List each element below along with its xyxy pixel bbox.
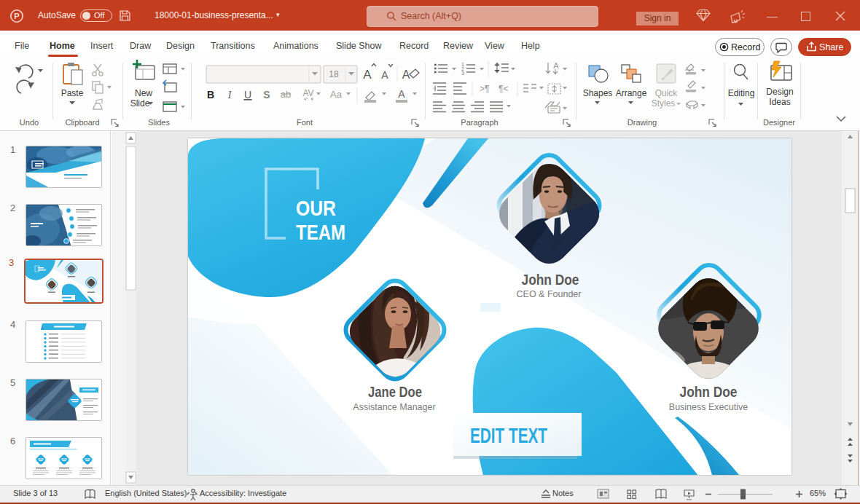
svg-text:A: A [402, 68, 410, 81]
svg-text:U: U [244, 89, 251, 101]
svg-text:¶<: ¶< [499, 84, 508, 94]
svg-text:Quick: Quick [655, 88, 679, 98]
svg-text:A: A [553, 61, 559, 70]
svg-text:EDIT TEXT: EDIT TEXT [470, 423, 547, 447]
svg-text:>¶: >¶ [480, 84, 489, 94]
svg-text:Assistance Manager: Assistance Manager [353, 402, 435, 412]
svg-text:Business Executive: Business Executive [669, 402, 748, 412]
svg-text:John Doe: John Doe [522, 272, 579, 288]
svg-text:3: 3 [461, 71, 464, 76]
svg-text:Design: Design [766, 87, 793, 97]
svg-text:Arrange: Arrange [616, 88, 647, 98]
svg-text:B: B [207, 89, 214, 101]
svg-text:S: S [263, 89, 270, 101]
svg-text:18: 18 [329, 69, 339, 79]
svg-text:CEO & Founder: CEO & Founder [517, 289, 582, 299]
svg-text:A: A [381, 69, 388, 81]
svg-text:AV: AV [302, 88, 313, 98]
svg-text:Shapes: Shapes [583, 88, 613, 98]
svg-text:OUR: OUR [296, 196, 336, 220]
svg-text:Ideas: Ideas [769, 97, 790, 107]
svg-text:Styles: Styles [652, 98, 676, 109]
svg-text:Paste: Paste [61, 88, 84, 98]
svg-text:Slide: Slide [130, 98, 150, 109]
svg-text:P: P [14, 12, 19, 20]
svg-text:I: I [227, 90, 232, 101]
svg-text:TEAM: TEAM [296, 220, 345, 244]
svg-text:Jane Doe: Jane Doe [368, 384, 422, 400]
svg-text:A: A [398, 88, 405, 100]
svg-text:John Doe: John Doe [680, 384, 738, 400]
svg-text:A: A [363, 68, 372, 82]
svg-text:Editing: Editing [728, 88, 755, 98]
svg-text:New: New [135, 88, 152, 98]
svg-text:Aa: Aa [330, 89, 343, 100]
